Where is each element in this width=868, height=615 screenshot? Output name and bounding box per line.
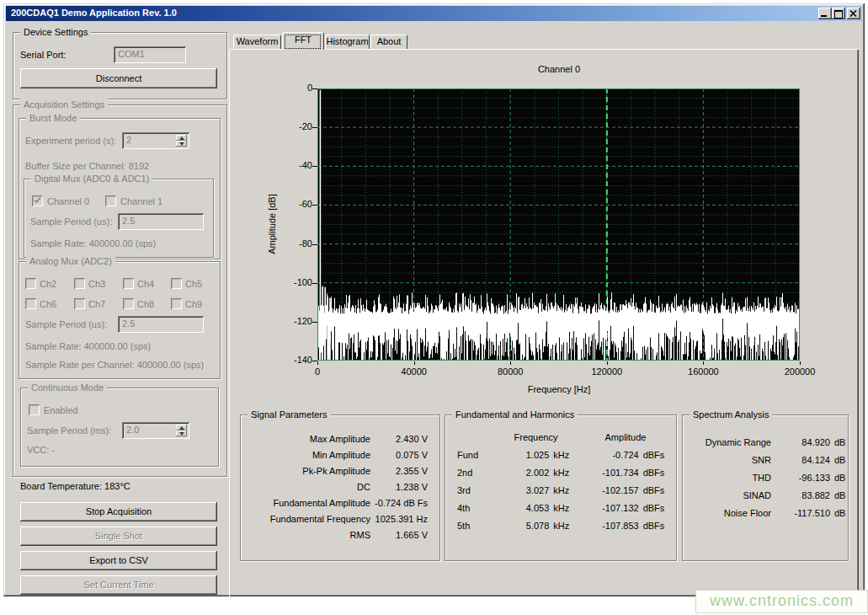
- chart-title: Channel 0: [475, 64, 643, 74]
- device-settings-title: Device Settings: [20, 26, 91, 38]
- param-value: 1025.391 Hz: [370, 512, 439, 526]
- channel0-checkbox[interactable]: [32, 195, 43, 206]
- harmonic-row: 5th5.078kHz-107.853dBFs: [445, 519, 676, 532]
- spin-up-button[interactable]: [176, 425, 187, 430]
- dm-sample-period-value: 2.5: [122, 213, 135, 229]
- export-to-csv-button[interactable]: Export to CSV: [20, 551, 217, 570]
- param-value: 2.430 V: [370, 432, 439, 446]
- ch4-checkbox[interactable]: [123, 278, 134, 289]
- harmonic-frequency-unit: kHz: [549, 466, 577, 479]
- tab-about[interactable]: About: [370, 35, 407, 49]
- am-sample-period-input[interactable]: 2.5: [118, 316, 204, 333]
- ch3-checkbox[interactable]: [74, 278, 85, 289]
- signal-row: Max Amplitude2.430 V: [241, 432, 439, 446]
- spectrum-analysis-group: Spectrum Analysis Dynamic Range84.920dB …: [682, 414, 849, 561]
- watermark: www.cntronics.com: [695, 590, 868, 613]
- x-axis-title: Frequency [Hz]: [475, 384, 643, 394]
- fft-plot[interactable]: [317, 88, 800, 361]
- ch2-checkbox[interactable]: [25, 278, 36, 289]
- ch6-checkbox[interactable]: [25, 298, 36, 309]
- ch6-label: Ch6: [40, 298, 56, 311]
- metric-value: 83.882: [771, 489, 830, 502]
- continuous-mode-title: Continuous Mode: [28, 382, 107, 393]
- ch9-checkbox[interactable]: [171, 298, 182, 309]
- spectrum-row: THD-96.133dB: [683, 471, 848, 484]
- param-label: RMS: [241, 528, 370, 542]
- spectrum-row: SINAD83.882dB: [683, 489, 848, 502]
- cm-sample-period-label: Sample Period (ms):: [27, 425, 111, 437]
- buffer-size-label: Buffer Size per Channel: 8192: [25, 160, 149, 173]
- harmonic-name: 5th: [445, 519, 495, 532]
- harmonics-group: Fundamental and Harmonics Frequency Ampl…: [445, 414, 677, 561]
- titlebar: 200CDAQ1 Demo Application Rev. 1.0: [6, 6, 862, 21]
- experiment-period-spinner[interactable]: 2: [122, 132, 189, 149]
- signal-parameters-group: Signal Parameters Max Amplitude2.430 V M…: [240, 414, 440, 561]
- ch4-label: Ch4: [137, 278, 154, 291]
- stop-acquisition-button[interactable]: Stop Acquisition: [20, 502, 217, 521]
- spin-up-button[interactable]: [176, 135, 187, 141]
- digital-mux-title: Digital Mux (ADC0 & ADC1): [31, 173, 152, 184]
- ch5-checkbox[interactable]: [171, 278, 182, 289]
- signal-row: Min Amplitude0.075 V: [241, 448, 439, 462]
- metric-value: -96.133: [771, 471, 830, 484]
- amplitude-column-header: Amplitude: [576, 432, 675, 442]
- close-button[interactable]: [847, 8, 860, 19]
- serial-port-value: COM1: [118, 46, 145, 62]
- signal-row: Fundamental Amplitude-0.724 dB Fs: [241, 496, 439, 510]
- channel1-checkbox[interactable]: [105, 195, 116, 206]
- param-value: 0.075 V: [370, 448, 439, 462]
- metric-unit: dB: [830, 489, 845, 502]
- harmonic-frequency-unit: kHz: [549, 501, 577, 515]
- serial-port-input[interactable]: COM1: [114, 46, 186, 63]
- metric-label: SINAD: [683, 489, 771, 502]
- harmonic-frequency: 2.002: [495, 466, 549, 479]
- triangle-down-icon: [179, 432, 184, 436]
- harmonic-amplitude-unit: dBFs: [639, 466, 676, 479]
- continuous-enabled-checkbox[interactable]: [29, 404, 40, 415]
- tab-waveform[interactable]: Waveform: [233, 35, 281, 49]
- set-current-time-button[interactable]: Set Current Time: [20, 575, 217, 595]
- tab-histogram[interactable]: Histogram: [325, 35, 370, 49]
- harmonic-amplitude: -0.724: [577, 448, 639, 462]
- harmonic-frequency: 1.025: [495, 448, 549, 462]
- dm-sample-period-input[interactable]: 2.5: [118, 213, 204, 230]
- ch8-checkbox[interactable]: [123, 298, 134, 309]
- spin-down-button[interactable]: [176, 141, 187, 147]
- metric-unit: dB: [830, 471, 845, 484]
- maximize-button[interactable]: [832, 8, 845, 19]
- tab-waveform-label: Waveform: [237, 36, 279, 46]
- ch7-label: Ch7: [88, 298, 105, 311]
- param-label: Pk-Pk Amplitude: [241, 464, 370, 478]
- frequency-column-header: Frequency: [496, 432, 576, 442]
- tab-fft[interactable]: FFT: [282, 32, 324, 50]
- param-value: 1.238 V: [370, 480, 439, 494]
- cm-sample-period-value: 2.0: [126, 422, 139, 438]
- cm-sample-period-spinner[interactable]: 2.0: [122, 422, 189, 439]
- harmonic-name: Fund: [445, 448, 495, 462]
- spin-down-button[interactable]: [176, 430, 187, 436]
- param-label: DC: [241, 480, 370, 494]
- ch7-checkbox[interactable]: [74, 298, 85, 309]
- minimize-button[interactable]: [818, 8, 832, 19]
- spectrum-row: Noise Floor-117.510dB: [683, 506, 848, 520]
- metric-unit: dB: [830, 506, 845, 520]
- harmonic-frequency: 4.053: [495, 501, 549, 515]
- harmonic-amplitude-unit: dBFs: [639, 519, 676, 532]
- param-value: 2.355 V: [370, 464, 439, 478]
- ch3-label: Ch3: [88, 278, 105, 291]
- harmonics-title: Fundamental and Harmonics: [452, 409, 578, 420]
- am-sample-rate-per-channel-label: Sample Rate per Channel: 400000.00 (sps): [25, 359, 204, 372]
- serial-port-label: Serial Port:: [20, 49, 66, 62]
- vcc-label: VCC: -: [27, 444, 55, 457]
- am-sample-period-label: Sample Period (us):: [25, 318, 107, 331]
- board-temperature-label: Board Temperature: 183°C: [20, 480, 130, 493]
- disconnect-button[interactable]: Disconnect: [20, 68, 217, 88]
- harmonic-row: 3rd3.027kHz-102.157dBFs: [445, 484, 676, 497]
- acquisition-settings-title: Acquisition Settings: [20, 99, 108, 110]
- device-settings-group: Device Settings: [13, 32, 227, 99]
- continuous-enabled-label: Enabled: [44, 404, 77, 417]
- single-shot-button[interactable]: Single Shot: [20, 527, 217, 546]
- harmonic-amplitude: -101.734: [577, 466, 639, 479]
- harmonic-frequency-unit: kHz: [549, 519, 577, 532]
- close-icon: [849, 10, 857, 17]
